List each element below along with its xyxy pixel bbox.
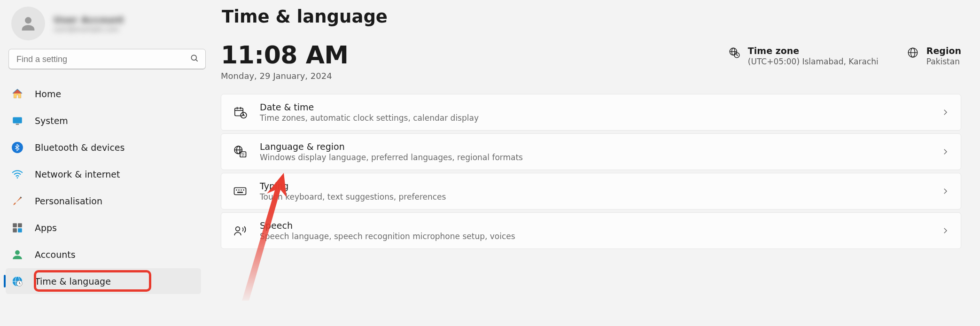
- sidebar-item-label: Apps: [35, 223, 194, 233]
- sidebar-item-time-language[interactable]: Time & language: [6, 268, 201, 294]
- sidebar-item-network[interactable]: Network & internet: [6, 161, 201, 187]
- sidebar-item-accounts[interactable]: Accounts: [6, 241, 201, 267]
- current-time: 11:08 AM: [221, 41, 728, 69]
- svg-rect-34: [234, 188, 246, 195]
- card-text: Typing Touch keyboard, text suggestions,…: [260, 181, 929, 202]
- wifi-icon: [11, 168, 23, 180]
- sidebar-item-personalisation[interactable]: Personalisation: [6, 188, 201, 214]
- main-content: Time & language 11:08 AM Monday, 29 Janu…: [207, 0, 980, 326]
- info-blocks: Time zone (UTC+05:00) Islamabad, Karachi…: [728, 41, 961, 66]
- sidebar-item-apps[interactable]: Apps: [6, 215, 201, 241]
- card-subtitle: Touch keyboard, text suggestions, prefer…: [260, 192, 929, 202]
- card-subtitle: Windows display language, preferred lang…: [260, 153, 929, 162]
- card-text: Date & time Time zones, automatic clock …: [260, 102, 929, 123]
- timezone-label: Time zone: [748, 46, 879, 56]
- chevron-right-icon: [941, 108, 949, 116]
- sidebar-item-label: Network & internet: [35, 169, 194, 179]
- user-block[interactable]: User Account user@example.com: [6, 0, 201, 47]
- svg-rect-24: [235, 108, 243, 116]
- search-box: [8, 49, 206, 70]
- sidebar-item-bluetooth[interactable]: Bluetooth & devices: [6, 134, 201, 160]
- chevron-right-icon: [941, 226, 949, 235]
- chevron-right-icon: [941, 187, 949, 195]
- clock-block: 11:08 AM Monday, 29 January, 2024: [221, 41, 728, 81]
- time-language-icon: [11, 275, 23, 287]
- avatar: [11, 7, 45, 40]
- globe-icon: [907, 47, 919, 59]
- current-date: Monday, 29 January, 2024: [221, 71, 728, 81]
- settings-cards: Date & time Time zones, automatic clock …: [221, 94, 961, 249]
- timezone-block[interactable]: Time zone (UTC+05:00) Islamabad, Karachi: [728, 46, 879, 66]
- card-text: Language & region Windows display langua…: [260, 141, 929, 162]
- clock-row: 11:08 AM Monday, 29 January, 2024 Time z…: [221, 41, 961, 81]
- svg-rect-8: [18, 223, 22, 227]
- region-block[interactable]: Region Pakistan: [907, 46, 961, 66]
- language-globe-icon: 字: [233, 144, 248, 159]
- sidebar-item-label: Home: [35, 89, 194, 99]
- svg-rect-9: [13, 228, 17, 233]
- apps-icon: [11, 222, 23, 234]
- brush-icon: [11, 195, 23, 207]
- search-icon: [190, 54, 199, 65]
- card-title: Language & region: [260, 141, 929, 152]
- accounts-icon: [11, 248, 23, 261]
- svg-rect-4: [16, 124, 19, 124]
- settings-app: User Account user@example.com Home: [0, 0, 980, 326]
- sidebar-item-system[interactable]: System: [6, 108, 201, 133]
- chevron-right-icon: [941, 147, 949, 156]
- region-text: Region Pakistan: [926, 46, 961, 66]
- card-title: Speech: [260, 220, 929, 231]
- card-language-region[interactable]: 字 Language & region Windows display lang…: [221, 133, 961, 170]
- card-title: Date & time: [260, 102, 929, 112]
- card-speech[interactable]: Speech Speech language, speech recogniti…: [221, 212, 961, 249]
- sidebar-item-label: Time & language: [35, 276, 194, 287]
- sidebar-item-label: Accounts: [35, 249, 194, 260]
- user-name: User Account: [54, 14, 124, 25]
- svg-rect-10: [18, 228, 22, 233]
- svg-text:字: 字: [241, 153, 245, 157]
- sidebar-item-label: Bluetooth & devices: [35, 142, 194, 153]
- timezone-value: (UTC+05:00) Islamabad, Karachi: [748, 57, 879, 66]
- person-icon: [19, 14, 38, 33]
- system-icon: [11, 115, 23, 127]
- svg-point-11: [15, 250, 20, 255]
- home-icon: [11, 88, 23, 100]
- user-email: user@example.com: [54, 25, 124, 33]
- svg-rect-3: [13, 117, 22, 123]
- card-subtitle: Speech language, speech recognition micr…: [260, 232, 929, 241]
- svg-point-0: [25, 17, 31, 23]
- sidebar-item-label: Personalisation: [35, 196, 194, 206]
- sidebar-item-label: System: [35, 116, 194, 126]
- page-title: Time & language: [222, 7, 961, 27]
- timezone-text: Time zone (UTC+05:00) Islamabad, Karachi: [748, 46, 879, 66]
- timezone-icon: [728, 47, 740, 59]
- nav: Home System Bluetooth & devices Network …: [6, 81, 201, 294]
- sidebar: User Account user@example.com Home: [0, 0, 207, 326]
- svg-point-6: [17, 177, 18, 179]
- card-text: Speech Speech language, speech recogniti…: [260, 220, 929, 241]
- svg-point-40: [236, 227, 240, 231]
- region-label: Region: [926, 46, 961, 56]
- bluetooth-icon: [11, 141, 23, 154]
- keyboard-icon: [233, 184, 248, 199]
- search-wrap: [6, 47, 201, 74]
- card-title: Typing: [260, 181, 929, 191]
- card-subtitle: Time zones, automatic clock settings, ca…: [260, 113, 929, 123]
- svg-point-1: [191, 55, 196, 60]
- calendar-clock-icon: [233, 105, 248, 120]
- card-typing[interactable]: Typing Touch keyboard, text suggestions,…: [221, 173, 961, 210]
- svg-line-2: [196, 60, 198, 62]
- svg-rect-7: [13, 223, 17, 227]
- user-text: User Account user@example.com: [54, 14, 124, 33]
- card-date-time[interactable]: Date & time Time zones, automatic clock …: [221, 94, 961, 131]
- search-input[interactable]: [8, 49, 206, 70]
- region-value: Pakistan: [926, 57, 961, 66]
- sidebar-item-home[interactable]: Home: [6, 81, 201, 107]
- speech-icon: [233, 223, 248, 238]
